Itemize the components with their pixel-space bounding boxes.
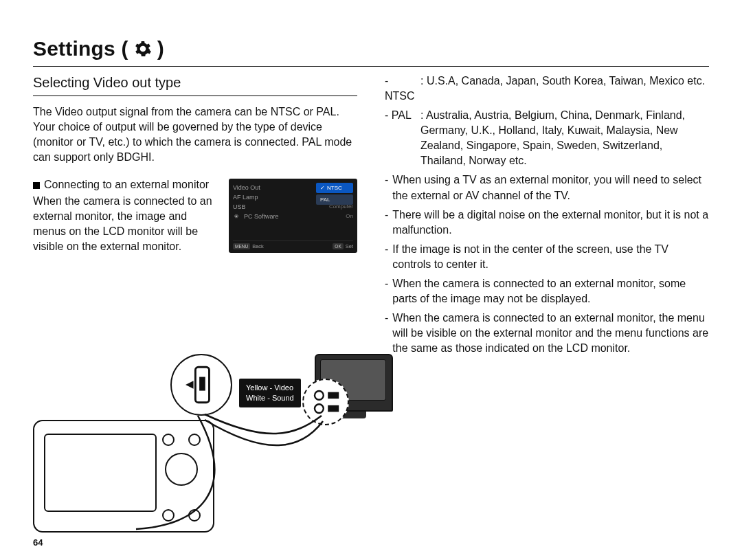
pal-text: : Australia, Austria, Belgium, China, De… (420, 108, 709, 168)
menu-item-label: USB (233, 203, 325, 211)
menu-option-label: PAL (320, 196, 330, 203)
square-bullet-icon (33, 182, 40, 189)
menu-option-label: NTSC (327, 184, 342, 192)
pal-label: - PAL (385, 108, 416, 168)
av-plug-callout (302, 379, 349, 425)
svg-marker-7 (186, 381, 193, 388)
svg-rect-4 (328, 405, 339, 412)
left-column: Selecting Video out type The Video outpu… (33, 74, 357, 360)
legend-video: Yellow - Video (246, 383, 294, 393)
svg-rect-3 (328, 392, 339, 399)
camera-button (162, 509, 175, 522)
title-close: ) (157, 37, 164, 60)
connect-body-text: When the camera is connected to an exter… (33, 194, 221, 254)
svg-point-1 (315, 391, 324, 400)
note-item: -There will be a digital noise on the ex… (385, 208, 709, 238)
svg-rect-6 (199, 377, 205, 391)
legend-sound: White - Sound (246, 393, 294, 403)
menu-options-popup: ✓NTSC PAL (316, 183, 353, 206)
ntsc-text: : U.S.A, Canada, Japan, South Korea, Tai… (420, 74, 709, 104)
camera-illustration (33, 420, 214, 533)
connect-block: Connecting to an external monitor When t… (33, 177, 357, 254)
note-item: -When the camera is connected to an exte… (385, 311, 709, 356)
page-number: 64 (33, 537, 43, 548)
menu-footer-right-text: Set (346, 243, 353, 249)
gear-icon (233, 213, 240, 220)
dash-icon: - (385, 276, 388, 306)
menu-footer-right: OKSet (333, 243, 353, 250)
note-item: -When using a TV as an external monitor,… (385, 172, 709, 203)
menu-option-selected: ✓NTSC (316, 183, 353, 193)
right-column: - NTSC : U.S.A, Canada, Japan, South Kor… (385, 74, 709, 360)
check-icon: ✓ (320, 184, 325, 192)
menu-footer-left: MENUBack (233, 243, 264, 250)
camera-dpad (165, 453, 198, 486)
connect-head-text: Connecting to an external monitor (44, 179, 209, 190)
usb-port-icon (172, 355, 231, 414)
camera-port-callout (170, 354, 232, 416)
dash-icon: - (385, 208, 388, 238)
menu-item-value: On (346, 212, 353, 220)
standard-pal: - PAL : Australia, Austria, Belgium, Chi… (385, 108, 709, 168)
title-text: Settings ( (33, 37, 128, 60)
standard-ntsc: - NTSC : U.S.A, Canada, Japan, South Kor… (385, 74, 709, 104)
menu-item: PC Software On (233, 212, 353, 221)
content-columns: Selecting Video out type The Video outpu… (33, 74, 709, 360)
camera-lcd (44, 434, 157, 512)
intro-paragraph: The Video output signal from the camera … (33, 104, 357, 165)
camera-menu-preview: Video Out AF Lamp USB Computer PC Softwa… (229, 179, 357, 253)
section-subhead: Selecting Video out type (33, 74, 357, 96)
note-item: -If the image is not in the center of th… (385, 242, 709, 272)
menu-tag: OK (333, 243, 343, 249)
camera-button (162, 434, 175, 446)
svg-point-2 (315, 404, 324, 413)
note-text: There will be a digital noise on the ext… (392, 208, 709, 238)
note-item: -When the camera is connected to an exte… (385, 276, 709, 306)
dash-icon: - (385, 311, 388, 356)
manual-page: Settings ( ) Selecting Video out type Th… (0, 0, 742, 560)
dash-icon: - (385, 242, 388, 272)
connect-heading: Connecting to an external monitor (33, 177, 221, 192)
menu-item-label: PC Software (244, 212, 341, 221)
connect-text: Connecting to an external monitor When t… (33, 177, 221, 254)
note-text: If the image is not in the center of the… (392, 242, 709, 272)
rule-divider (33, 66, 709, 67)
note-text: When using a TV as an external monitor, … (392, 172, 709, 203)
dash-icon: - (385, 172, 388, 203)
menu-option: PAL (316, 194, 353, 205)
ntsc-label: - NTSC (385, 74, 416, 104)
camera-button (188, 434, 201, 446)
menu-tag: MENU (233, 243, 250, 249)
note-text: When the camera is connected to an exter… (392, 311, 709, 356)
camera-button (188, 509, 201, 522)
cable-legend: Yellow - Video White - Sound (239, 379, 301, 407)
page-title: Settings ( ) (33, 37, 709, 60)
gear-icon (134, 40, 152, 58)
rca-plugs-icon (304, 380, 348, 424)
menu-footer: MENUBack OKSet (233, 240, 353, 250)
connection-diagram: Yellow - Video White - Sound (33, 354, 390, 533)
note-text: When the camera is connected to an exter… (392, 276, 709, 306)
menu-footer-left-text: Back (252, 243, 264, 249)
